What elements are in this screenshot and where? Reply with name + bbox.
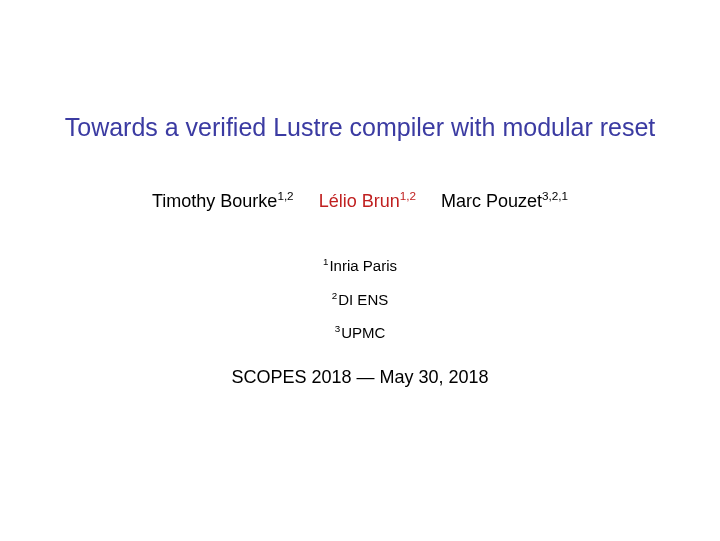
author-2: Lélio Brun1,2 xyxy=(319,191,416,212)
affil-num: 2 xyxy=(332,290,337,301)
affil-text: DI ENS xyxy=(338,291,388,308)
author-3: Marc Pouzet3,2,1 xyxy=(441,191,568,212)
affiliation-list: 1Inria Paris 2DI ENS 3UPMC xyxy=(30,256,690,343)
author-affil: 1,2 xyxy=(400,189,416,202)
affiliation-1: 1Inria Paris xyxy=(30,256,690,276)
author-name: Lélio Brun xyxy=(319,191,400,211)
author-name: Marc Pouzet xyxy=(441,191,542,211)
affil-text: Inria Paris xyxy=(329,257,397,274)
venue-line: SCOPES 2018 — May 30, 2018 xyxy=(30,367,690,388)
affiliation-3: 3UPMC xyxy=(30,323,690,343)
author-name: Timothy Bourke xyxy=(152,191,277,211)
slide-title: Towards a verified Lustre compiler with … xyxy=(30,0,690,191)
affil-num: 3 xyxy=(335,323,340,334)
author-1: Timothy Bourke1,2 xyxy=(152,191,294,212)
affil-num: 1 xyxy=(323,256,328,267)
author-list: Timothy Bourke1,2 Lélio Brun1,2 Marc Pou… xyxy=(30,191,690,242)
affil-text: UPMC xyxy=(341,324,385,341)
affiliation-2: 2DI ENS xyxy=(30,290,690,310)
author-affil: 1,2 xyxy=(277,189,293,202)
title-slide: Towards a verified Lustre compiler with … xyxy=(0,0,720,541)
author-affil: 3,2,1 xyxy=(542,189,568,202)
